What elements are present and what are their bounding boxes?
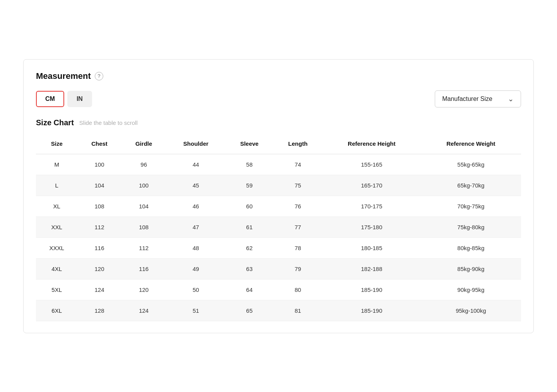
size-label: M [36,154,77,175]
measurement-value: 104 [121,196,166,216]
table-row: 4XL120116496379182-18885kg-90kg [36,258,521,279]
measurement-value: 77 [273,216,323,237]
help-icon[interactable]: ? [95,72,103,80]
table-row: M10096445874155-16555kg-65kg [36,154,521,175]
measurement-value: 185-190 [323,300,421,321]
measurement-value: 50 [166,279,226,300]
measurement-value: 75 [273,175,323,196]
size-label: L [36,175,77,196]
measurement-value: 185-190 [323,279,421,300]
measurement-value: 180-185 [323,237,421,258]
column-header-shoulder: Shoulder [166,133,226,154]
size-chart-title: Size Chart [36,118,74,127]
measurement-value: 85kg-90kg [421,258,521,279]
measurement-value: 175-180 [323,216,421,237]
measurement-value: 96 [121,154,166,175]
measurement-value: 48 [166,237,226,258]
size-label: 4XL [36,258,77,279]
table-row: XXL112108476177175-18075kg-80kg [36,216,521,237]
measurement-value: 58 [226,154,273,175]
controls-row: CM IN Manufacturer Size ⌄ [36,90,521,107]
measurement-value: 81 [273,300,323,321]
column-header-chest: Chest [77,133,121,154]
table-header: SizeChestGirdleShoulderSleeveLengthRefer… [36,133,521,154]
manufacturer-size-dropdown[interactable]: Manufacturer Size ⌄ [435,90,521,107]
measurement-value: 55kg-65kg [421,154,521,175]
measurement-value: 80 [273,279,323,300]
size-label: XXXL [36,237,77,258]
measurement-value: 128 [77,300,121,321]
measurement-value: 165-170 [323,175,421,196]
column-header-size: Size [36,133,77,154]
measurement-value: 170-175 [323,196,421,216]
measurement-value: 120 [121,279,166,300]
measurement-value: 44 [166,154,226,175]
measurement-value: 64 [226,279,273,300]
size-label: 6XL [36,300,77,321]
measurement-value: 120 [77,258,121,279]
measurement-value: 61 [226,216,273,237]
measurement-value: 51 [166,300,226,321]
in-button[interactable]: IN [67,91,92,107]
measurement-value: 76 [273,196,323,216]
measurement-value: 112 [121,237,166,258]
measurement-value: 46 [166,196,226,216]
table-row: XL108104466076170-17570kg-75kg [36,196,521,216]
size-chart-header: Size Chart Slide the table to scroll [36,118,521,127]
column-header-reference-weight: Reference Weight [421,133,521,154]
column-header-reference-height: Reference Height [323,133,421,154]
table-row: L104100455975165-17065kg-70kg [36,175,521,196]
measurement-value: 104 [77,175,121,196]
measurement-value: 116 [121,258,166,279]
unit-toggle: CM IN [36,91,92,107]
measurement-value: 112 [77,216,121,237]
size-label: 5XL [36,279,77,300]
measurement-value: 45 [166,175,226,196]
measurement-value: 108 [121,216,166,237]
measurement-value: 79 [273,258,323,279]
measurement-value: 95kg-100kg [421,300,521,321]
table-row: 6XL128124516581185-19095kg-100kg [36,300,521,321]
measurement-value: 75kg-80kg [421,216,521,237]
scroll-hint: Slide the table to scroll [79,119,138,126]
measurement-value: 47 [166,216,226,237]
table-row: 5XL124120506480185-19090kg-95kg [36,279,521,300]
measurement-value: 182-188 [323,258,421,279]
column-header-length: Length [273,133,323,154]
column-header-girdle: Girdle [121,133,166,154]
measurement-value: 80kg-85kg [421,237,521,258]
measurement-value: 155-165 [323,154,421,175]
panel-header: Measurement ? [36,71,521,81]
measurement-value: 49 [166,258,226,279]
measurement-value: 59 [226,175,273,196]
header-row: SizeChestGirdleShoulderSleeveLengthRefer… [36,133,521,154]
size-label: XL [36,196,77,216]
measurement-value: 62 [226,237,273,258]
measurement-value: 116 [77,237,121,258]
table-row: XXXL116112486278180-18580kg-85kg [36,237,521,258]
measurement-value: 63 [226,258,273,279]
cm-button[interactable]: CM [36,91,64,107]
size-label: XXL [36,216,77,237]
measurement-value: 124 [77,279,121,300]
measurement-value: 70kg-75kg [421,196,521,216]
dropdown-label: Manufacturer Size [442,95,492,102]
measurement-value: 74 [273,154,323,175]
measurement-panel: Measurement ? CM IN Manufacturer Size ⌄ … [23,59,534,333]
measurement-value: 65kg-70kg [421,175,521,196]
measurement-value: 65 [226,300,273,321]
measurement-value: 60 [226,196,273,216]
measurement-value: 108 [77,196,121,216]
table-body: M10096445874155-16555kg-65kgL10410045597… [36,154,521,321]
size-chart-table: SizeChestGirdleShoulderSleeveLengthRefer… [36,133,521,321]
column-header-sleeve: Sleeve [226,133,273,154]
measurement-value: 124 [121,300,166,321]
panel-title: Measurement [36,71,91,81]
measurement-value: 90kg-95kg [421,279,521,300]
measurement-value: 100 [77,154,121,175]
chevron-down-icon: ⌄ [508,95,514,103]
measurement-value: 78 [273,237,323,258]
measurement-value: 100 [121,175,166,196]
